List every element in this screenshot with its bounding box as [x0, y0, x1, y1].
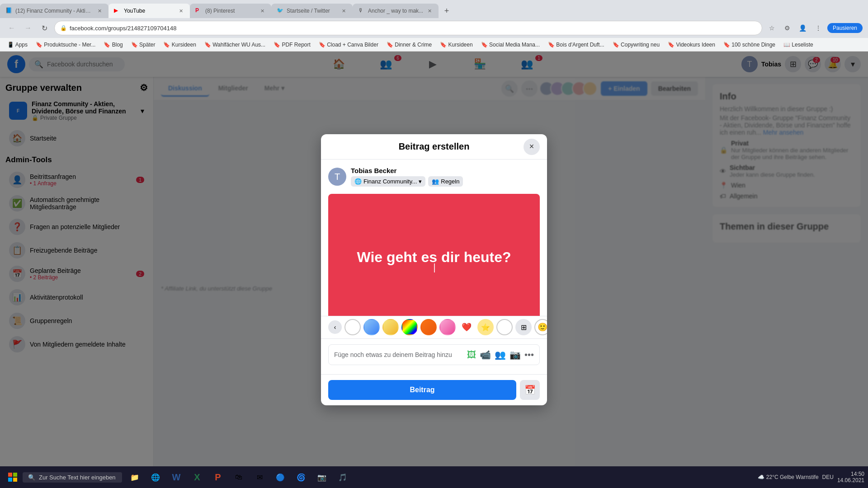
profile-icon[interactable]: 👤	[797, 22, 809, 34]
tab-anchor[interactable]: 🎙 Anchor _ way to mak... ✕	[353, 4, 439, 18]
tab-youtube[interactable]: ▶ YouTube ✕	[108, 4, 190, 18]
forward-button[interactable]: →	[22, 22, 34, 34]
photo-icon[interactable]: 🖼	[467, 350, 476, 360]
url-bar[interactable]: 🔒 facebook.com/groups/214827109704148	[54, 21, 762, 35]
create-post-modal: Beitrag erstellen × T Tobias Becker 🌐 Fi…	[321, 134, 547, 405]
bookmark-social[interactable]: 🔖 Social Media Mana...	[477, 41, 543, 49]
bg-swatch-star[interactable]: ⭐	[477, 319, 494, 335]
bg-swatch-blue[interactable]	[363, 319, 380, 335]
address-bar: ← → ↻ 🔒 facebook.com/groups/214827109704…	[0, 18, 868, 38]
tab-close-twitter[interactable]: ✕	[340, 7, 347, 14]
bookmark-pdf[interactable]: 🔖 PDF Report	[270, 41, 314, 49]
bookmark-apps[interactable]: 📱 Apps	[4, 41, 31, 49]
tab-title-youtube: YouTube	[124, 8, 175, 14]
tab-title-twitter: Startseite / Twitter	[287, 8, 337, 14]
taskbar-chrome[interactable]: 🔵	[270, 467, 290, 487]
tab-title-finanz: (12) Finanz Community - Aktien...	[15, 8, 93, 14]
bookmark-canva-label: 🔖 Cload + Canva Bilder	[319, 42, 378, 48]
bookmark-wahlfacher[interactable]: 🔖 Wahlfächer WU Aus...	[201, 41, 269, 49]
taskbar-search-icon: 🔍	[28, 474, 35, 481]
new-tab-button[interactable]: +	[440, 5, 453, 17]
tab-close-finanz[interactable]: ✕	[96, 7, 103, 14]
bg-swatch-orange[interactable]	[420, 319, 437, 335]
bg-swatch-heart[interactable]: ❤️	[458, 319, 475, 335]
bg-swatch-white[interactable]	[344, 319, 361, 335]
taskbar-weather[interactable]: ☁️ 22°C Gelbe Warnstife	[758, 474, 819, 480]
pause-button[interactable]: Pausieren	[827, 23, 863, 33]
back-button[interactable]: ←	[5, 22, 18, 34]
extensions-icon[interactable]: ⚙	[781, 22, 794, 34]
regeln-tag[interactable]: 👥 Regeln	[428, 176, 463, 187]
bookmark-kursideen[interactable]: 🔖 Kursideen	[160, 41, 199, 49]
tab-finanz[interactable]: 📘 (12) Finanz Community - Aktien... ✕	[0, 4, 108, 18]
text-cursor	[434, 263, 435, 272]
taskbar-edge2[interactable]: 🌀	[291, 467, 311, 487]
bg-swatch-emoji[interactable]: 🙂	[534, 319, 547, 335]
tag-people-icon[interactable]: 👥	[495, 349, 506, 360]
bookmark-kursideen2[interactable]: 🔖 Kursideen	[436, 41, 476, 49]
taskbar-store[interactable]: 🛍	[229, 467, 249, 487]
tab-close-pinterest[interactable]: ✕	[259, 7, 266, 14]
bg-picker: ‹ ❤️ ⭐ ⊞ 🙂	[321, 316, 547, 338]
menu-icon[interactable]: ⋮	[812, 22, 825, 34]
tab-twitter[interactable]: 🐦 Startseite / Twitter ✕	[271, 4, 353, 18]
modal-user-section: T Tobias Becker 🌐 Finanz Community... ▾ …	[328, 167, 540, 187]
more-icon[interactable]: •••	[524, 350, 534, 360]
bg-post-area[interactable]: Wie geht es dir heute?	[328, 194, 540, 316]
svg-rect-2	[8, 478, 12, 482]
reload-button[interactable]: ↻	[38, 22, 51, 34]
tab-close-anchor[interactable]: ✕	[426, 7, 433, 14]
bookmark-apps-label: 📱 Apps	[7, 42, 28, 48]
bookmark-bois[interactable]: 🔖 Bois d'Argent Duft...	[544, 41, 608, 49]
bookmark-dinner-label: 🔖 Dinner & Crime	[387, 42, 432, 48]
bookmark-lese[interactable]: 📖 Leseliste	[780, 41, 817, 49]
calendar-button[interactable]: 📅	[520, 380, 540, 400]
bookmark-copy-label: 🔖 Copywriting neu	[613, 42, 660, 48]
modal-header: Beitrag erstellen ×	[321, 134, 547, 160]
modal-footer: Beitrag 📅	[321, 374, 547, 405]
bg-swatch-grid[interactable]: ⊞	[515, 319, 532, 335]
bookmark-dinner[interactable]: 🔖 Dinner & Crime	[383, 41, 435, 49]
taskbar-files[interactable]: 📁	[125, 467, 145, 487]
modal-body: T Tobias Becker 🌐 Finanz Community... ▾ …	[321, 160, 547, 316]
start-button[interactable]	[4, 468, 22, 486]
community-tag[interactable]: 🌐 Finanz Community... ▾	[351, 176, 425, 187]
video-icon[interactable]: 📹	[480, 349, 491, 360]
bookmark-copy[interactable]: 🔖 Copywriting neu	[609, 41, 663, 49]
bookmark-video[interactable]: 🔖 Videokurs Ideen	[664, 41, 719, 49]
bookmark-100[interactable]: 🔖 100 schöne Dinge	[720, 41, 779, 49]
tag-chevron: ▾	[419, 178, 422, 185]
svg-rect-3	[13, 478, 17, 482]
taskbar-word[interactable]: W	[166, 467, 186, 487]
bookmark-blog[interactable]: 🔖 Blog	[100, 41, 126, 49]
bg-swatch-pink[interactable]	[439, 319, 456, 335]
bg-picker-prev[interactable]: ‹	[328, 320, 342, 334]
modal-title: Beitrag erstellen	[399, 141, 470, 152]
taskbar-powerpoint[interactable]: P	[208, 467, 228, 487]
taskbar-app10[interactable]: 🎵	[333, 467, 353, 487]
submit-button[interactable]: Beitrag	[328, 380, 516, 400]
modal-close-button[interactable]: ×	[524, 139, 540, 155]
post-add-field[interactable]: Füge noch etwas zu deinem Beitrag hinzu …	[328, 344, 540, 365]
bookmark-canva[interactable]: 🔖 Cload + Canva Bilder	[315, 41, 382, 49]
taskbar-excel[interactable]: X	[187, 467, 207, 487]
bg-swatch-rainbow[interactable]	[401, 319, 418, 335]
tab-pinterest[interactable]: P (8) Pinterest ✕	[190, 4, 271, 18]
tab-favicon-youtube: ▶	[114, 7, 121, 14]
bookmark-star-icon[interactable]: ☆	[766, 22, 778, 34]
taskbar-app9[interactable]: 📷	[312, 467, 332, 487]
tab-favicon-pinterest: P	[195, 7, 203, 14]
live-icon[interactable]: 📷	[509, 349, 521, 360]
bg-swatch-yellow[interactable]	[382, 319, 399, 335]
time-display: 14:50	[837, 471, 864, 477]
community-tag-label: Finanz Community...	[363, 178, 417, 185]
taskbar-edge[interactable]: 🌐	[146, 467, 165, 487]
tab-title-anchor: Anchor _ way to mak...	[368, 8, 423, 14]
modal-tags: 🌐 Finanz Community... ▾ 👥 Regeln	[351, 176, 463, 187]
bookmark-produktsuche[interactable]: 🔖 Produktsuche - Mer...	[32, 41, 99, 49]
bg-swatch-white2[interactable]	[496, 319, 513, 335]
taskbar-mail[interactable]: ✉	[250, 467, 269, 487]
taskbar-search[interactable]: 🔍 Zur Suche Text hier eingeben	[23, 472, 122, 483]
bookmark-later[interactable]: 🔖 Später	[127, 41, 159, 49]
tab-close-youtube[interactable]: ✕	[177, 7, 184, 14]
